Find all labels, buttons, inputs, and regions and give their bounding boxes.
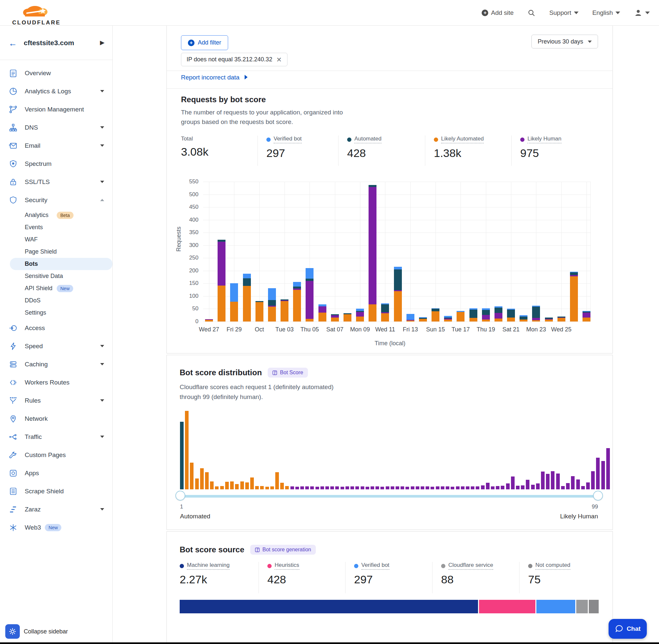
traffic-icon xyxy=(9,433,18,441)
report-incorrect-data-link[interactable]: Report incorrect data xyxy=(181,74,248,81)
sidebar-item-zaraz[interactable]: Zaraz xyxy=(0,500,112,519)
histogram-bar xyxy=(185,411,189,489)
gridline xyxy=(436,182,436,322)
sidebar-item-analytics[interactable]: AnalyticsBeta xyxy=(0,209,112,221)
close-icon[interactable]: ✕ xyxy=(276,56,282,64)
x-tick-label: Mon 09 xyxy=(350,326,370,333)
bar-segment-likely-human xyxy=(319,306,326,313)
legend-dot xyxy=(528,564,533,568)
histogram-bar xyxy=(396,486,399,489)
chat-button[interactable]: Chat xyxy=(609,619,647,639)
histogram-bar xyxy=(531,485,535,489)
language-menu[interactable]: English xyxy=(592,9,620,17)
search-button[interactable] xyxy=(527,9,535,17)
sidebar-item-speed[interactable]: Speed xyxy=(0,337,112,355)
add-site-button[interactable]: + Add site xyxy=(481,9,514,17)
sidebar-item-page-shield[interactable]: Page Shield xyxy=(0,246,112,258)
sidebar-item-sensitive-data[interactable]: Sensitive Data xyxy=(0,270,112,282)
settings-gear-button[interactable] xyxy=(5,624,20,639)
stat-value: 428 xyxy=(347,147,425,160)
sidebar-item-spectrum[interactable]: Spectrum xyxy=(0,155,112,173)
back-arrow-icon[interactable]: ← xyxy=(8,38,17,48)
sidebar-item-custom-pages[interactable]: Custom Pages xyxy=(0,446,112,464)
score-slider-handle-max[interactable] xyxy=(593,491,603,501)
bar-segment-likely-human xyxy=(369,187,376,304)
sidebar-item-api-shield[interactable]: API ShieldNew xyxy=(0,282,112,295)
workers-icon xyxy=(9,378,18,387)
bar-segment-likely-human xyxy=(205,319,213,320)
sidebar-item-workers-routes[interactable]: Workers Routes xyxy=(0,373,112,391)
sidebar-item-security[interactable]: Security xyxy=(0,191,112,209)
bar-segment-automated xyxy=(356,311,364,312)
histogram-bar xyxy=(265,487,269,489)
security-icon xyxy=(9,196,18,204)
bar-segment-likely-automated xyxy=(406,321,415,322)
sidebar-item-bots[interactable]: Bots xyxy=(10,258,112,270)
sidebar-item-version-management[interactable]: Version Management xyxy=(0,100,112,118)
support-menu[interactable]: Support xyxy=(549,9,579,17)
sidebar-item-ssl-tls[interactable]: SSL/TLS xyxy=(0,173,112,191)
new-badge: New xyxy=(45,524,61,531)
bot-score-badge[interactable]: Bot Score xyxy=(268,368,308,377)
gridline xyxy=(203,232,590,233)
apps-icon xyxy=(9,469,18,478)
histogram-bar xyxy=(536,483,540,489)
stat-automated: Automated428 xyxy=(338,136,425,166)
stat-value: 3.08k xyxy=(181,145,257,158)
access-icon xyxy=(9,324,18,332)
y-tick-label: 450 xyxy=(169,204,198,210)
sidebar-item-events[interactable]: Events xyxy=(0,221,112,233)
beta-badge: Beta xyxy=(57,212,73,219)
bar-segment-likely-automated xyxy=(419,319,427,322)
sidebar-item-access[interactable]: Access xyxy=(0,319,112,337)
date-range-dropdown[interactable]: Previous 30 days xyxy=(532,34,598,48)
histogram-bar xyxy=(305,486,309,489)
sidebar-item-rules[interactable]: Rules xyxy=(0,391,112,410)
bot-score-badge-label: Bot Score xyxy=(280,370,303,375)
report-link-label: Report incorrect data xyxy=(181,74,239,81)
sidebar-item-caching[interactable]: Caching xyxy=(0,355,112,373)
sidebar-item-email[interactable]: Email xyxy=(0,137,112,155)
histogram-bar xyxy=(180,422,184,489)
chevron-down-icon xyxy=(574,12,579,14)
stat-value: 428 xyxy=(267,573,345,586)
sidebar-item-web3[interactable]: Web3New xyxy=(0,519,112,536)
stat-value: 1.38k xyxy=(434,147,511,160)
sidebar-item-dns[interactable]: DNS xyxy=(0,118,112,137)
site-switcher[interactable]: ← cftestsite3.com ▶ xyxy=(0,26,112,60)
chevron-right-icon[interactable]: ▶ xyxy=(100,39,104,46)
bar-segment-verified-bot xyxy=(456,311,465,312)
score-slider-handle-min[interactable] xyxy=(175,491,185,501)
chevron-right-icon xyxy=(244,75,248,79)
legend-dot xyxy=(267,564,272,568)
gridline xyxy=(486,182,486,322)
filter-chip[interactable]: IP does not equal 35.212.240.32 ✕ xyxy=(181,53,287,66)
bot-score-generation-badge[interactable]: Bot score generation xyxy=(250,545,316,555)
collapse-sidebar-label[interactable]: Collapse sidebar xyxy=(24,628,68,635)
chevron-down-icon xyxy=(100,126,104,129)
chevron-down-icon xyxy=(100,363,104,365)
sidebar-item-analytics-logs[interactable]: Analytics & Logs xyxy=(0,82,112,100)
stat-value: 2.27k xyxy=(180,573,258,586)
sidebar-item-traffic[interactable]: Traffic xyxy=(0,428,112,446)
gridline xyxy=(461,182,461,322)
bar-segment-automated xyxy=(293,286,301,289)
sidebar-item-network[interactable]: Network xyxy=(0,410,112,428)
x-tick-label: Sun 15 xyxy=(426,326,445,333)
sidebar-item-settings[interactable]: Settings xyxy=(0,307,112,319)
x-tick-label: Thu 19 xyxy=(477,326,495,333)
add-filter-button[interactable]: + Add filter xyxy=(181,35,228,50)
sidebar-item-waf[interactable]: WAF xyxy=(0,233,112,246)
sidebar-item-scrape-shield[interactable]: Scrape Shield xyxy=(0,482,112,500)
sidebar-item-ddos[interactable]: DDoS xyxy=(0,295,112,307)
sidebar-item-apps[interactable]: Apps xyxy=(0,464,112,482)
x-tick-label: Tue 03 xyxy=(275,326,293,333)
histogram-bar xyxy=(441,486,444,489)
score-slider-track[interactable] xyxy=(180,495,598,498)
account-menu[interactable] xyxy=(634,8,650,17)
sidebar-item-overview[interactable]: Overview xyxy=(0,64,112,82)
overview-icon xyxy=(9,69,18,77)
histogram-bar xyxy=(250,478,254,489)
source-legend-stats: Machine learning2.27kHeuristics428Verifi… xyxy=(167,562,613,593)
stat-value: 88 xyxy=(441,573,519,586)
